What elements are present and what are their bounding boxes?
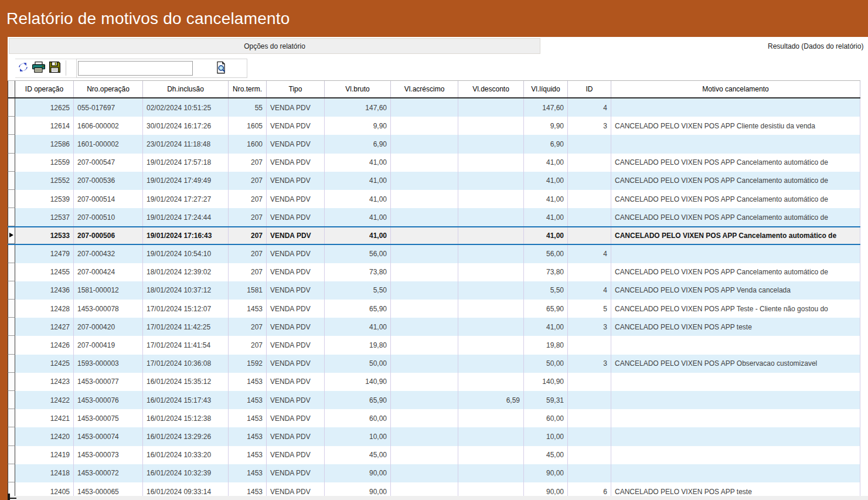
column-header-2[interactable]: Dh.inclusão (143, 81, 229, 97)
cell[interactable] (391, 245, 458, 263)
cell[interactable] (568, 135, 611, 153)
cell[interactable]: 1453 (229, 446, 267, 464)
cell[interactable] (568, 227, 611, 243)
cell[interactable]: 60,00 (524, 409, 568, 427)
cell[interactable] (611, 98, 860, 117)
cell[interactable]: 17/01/2024 11:42:25 (143, 318, 229, 336)
cell[interactable]: VENDA PDV (267, 263, 325, 281)
cell[interactable]: 207-000424 (74, 263, 143, 281)
column-header-10[interactable]: Motivo cancelamento (611, 81, 860, 97)
print-button[interactable] (32, 61, 46, 75)
cell[interactable] (391, 263, 458, 281)
cell[interactable] (391, 446, 458, 464)
cell[interactable]: 1453 (229, 373, 267, 391)
cell[interactable]: 4 (568, 98, 611, 117)
cell[interactable]: 41,00 (325, 154, 391, 172)
cell[interactable] (458, 427, 524, 445)
table-row[interactable]: 12427207-00042017/01/2024 11:42:25207VEN… (8, 318, 860, 336)
cell[interactable] (391, 172, 458, 190)
cell[interactable] (568, 336, 611, 354)
cell[interactable] (458, 245, 524, 263)
cell[interactable] (568, 446, 611, 464)
tab-opcoes-do-relatorio[interactable]: Opções do relatório (9, 38, 540, 54)
cell[interactable]: 207-000419 (74, 336, 143, 354)
cell[interactable]: 1453 (229, 427, 267, 445)
cell[interactable]: 41,00 (524, 318, 568, 336)
cell[interactable]: VENDA PDV (267, 154, 325, 172)
cell[interactable] (458, 227, 524, 243)
cell[interactable]: 19/01/2024 17:16:43 (143, 227, 229, 243)
cell[interactable]: 1453 (229, 300, 267, 318)
cell[interactable]: CANCELADO PELO VIXEN POS APP Cliente des… (611, 117, 860, 135)
cell[interactable]: 1453 (229, 391, 267, 409)
cell[interactable] (458, 482, 524, 496)
cell[interactable] (458, 318, 524, 336)
cell[interactable]: 12614 (15, 117, 74, 135)
cell[interactable]: CANCELADO PELO VIXEN POS APP Cancelament… (611, 263, 860, 281)
cell[interactable]: 1453-000072 (74, 464, 143, 482)
cell[interactable]: 207 (229, 318, 267, 336)
cell[interactable] (391, 154, 458, 172)
cell[interactable]: 19/01/2024 17:57:18 (143, 154, 229, 172)
cell[interactable]: 41,00 (524, 227, 568, 243)
table-row[interactable]: 12559207-00054719/01/2024 17:57:18207VEN… (8, 154, 860, 172)
cell[interactable]: 45,00 (524, 446, 568, 464)
cell[interactable]: 41,00 (524, 190, 568, 208)
cell[interactable]: 055-017697 (74, 98, 143, 117)
table-row[interactable]: 124211453-00007516/01/2024 15:12:381453V… (8, 409, 860, 427)
cell[interactable]: 5 (568, 300, 611, 318)
cell[interactable]: 41,00 (524, 208, 568, 226)
table-row[interactable]: 126141606-00000230/01/2024 16:17:261605V… (8, 117, 860, 135)
cell[interactable]: 19/01/2024 17:27:27 (143, 190, 229, 208)
cell[interactable]: 12422 (15, 391, 74, 409)
column-header-0[interactable]: ID operação (15, 81, 74, 97)
cell[interactable]: 41,00 (524, 172, 568, 190)
tab-resultado[interactable]: Resultado (Dados do relatório) (540, 38, 868, 54)
cell[interactable] (568, 263, 611, 281)
cell[interactable]: 65,90 (524, 300, 568, 318)
cell[interactable]: VENDA PDV (267, 482, 325, 496)
cell[interactable]: 1581-000012 (74, 281, 143, 300)
cell[interactable]: 56,00 (524, 245, 568, 263)
cell[interactable]: 19,80 (325, 336, 391, 354)
cell[interactable]: 16/01/2024 13:29:26 (143, 427, 229, 445)
cell[interactable] (458, 281, 524, 300)
cell[interactable]: 1453-000065 (74, 482, 143, 496)
cell[interactable]: 207-000547 (74, 154, 143, 172)
table-row[interactable]: 124361581-00001218/01/2024 10:37:121581V… (8, 281, 860, 300)
cell[interactable] (391, 281, 458, 300)
cell[interactable]: 10,00 (524, 427, 568, 445)
cell[interactable]: 207-000420 (74, 318, 143, 336)
cell[interactable]: 23/01/2024 11:18:48 (143, 135, 229, 153)
cell[interactable]: 65,90 (325, 391, 391, 409)
cell[interactable]: 56,00 (325, 245, 391, 263)
cell[interactable] (391, 227, 458, 243)
cell[interactable]: 12420 (15, 427, 74, 445)
cell[interactable]: 19/01/2024 17:49:49 (143, 172, 229, 190)
table-row[interactable]: 124281453-00007817/01/2024 15:12:071453V… (8, 300, 860, 318)
cell[interactable]: 140,90 (325, 373, 391, 391)
column-header-9[interactable]: ID (568, 81, 611, 97)
cell[interactable]: 1453-000074 (74, 427, 143, 445)
cell[interactable]: 12586 (15, 135, 74, 153)
cell[interactable] (391, 409, 458, 427)
cell[interactable]: 10,00 (325, 427, 391, 445)
cell[interactable] (611, 427, 860, 445)
cell[interactable]: 207-000510 (74, 208, 143, 226)
cell[interactable]: 18/01/2024 10:37:12 (143, 281, 229, 300)
cell[interactable]: VENDA PDV (267, 464, 325, 482)
cell[interactable]: 16/01/2024 15:35:12 (143, 373, 229, 391)
cell[interactable] (568, 409, 611, 427)
table-row[interactable]: 124201453-00007416/01/2024 13:29:261453V… (8, 427, 860, 445)
cell[interactable]: 1592 (229, 355, 267, 373)
cell[interactable] (458, 464, 524, 482)
cell[interactable] (568, 172, 611, 190)
cell[interactable]: 90,00 (325, 482, 391, 496)
cell[interactable] (611, 464, 860, 482)
cell[interactable]: 19,80 (524, 336, 568, 354)
cell[interactable]: 1453-000075 (74, 409, 143, 427)
cell[interactable]: VENDA PDV (267, 391, 325, 409)
cell[interactable]: 12423 (15, 373, 74, 391)
cell[interactable]: 45,00 (325, 446, 391, 464)
cell[interactable]: 18/01/2024 12:39:02 (143, 263, 229, 281)
